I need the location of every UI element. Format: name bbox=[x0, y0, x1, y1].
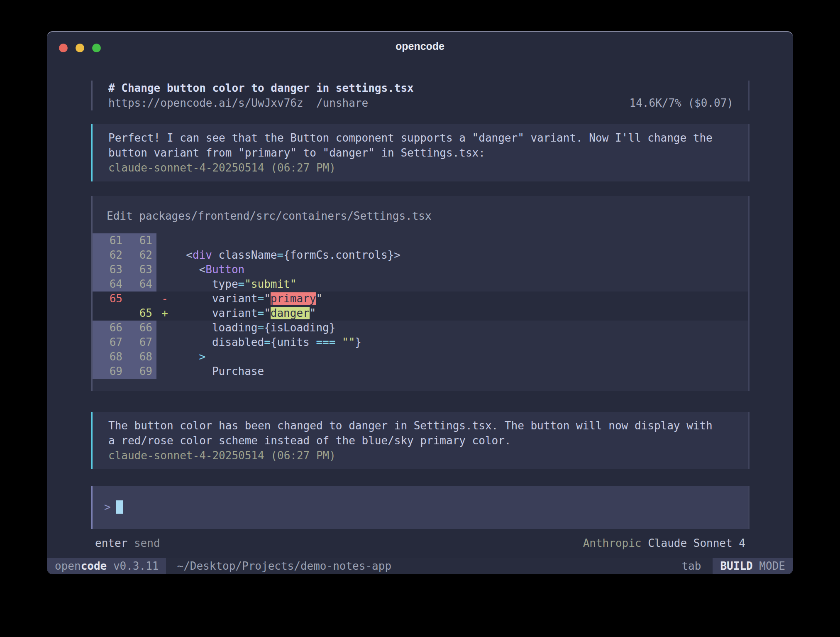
code-line: loading={isLoading} bbox=[173, 321, 748, 335]
line-number-old bbox=[93, 306, 122, 321]
code-line: Purchase bbox=[173, 364, 748, 379]
tab-key-hint: tab bbox=[681, 558, 713, 574]
code-line: <div className={formCs.controls}> bbox=[173, 248, 748, 262]
context-usage: 14.6K/7% ($0.07) bbox=[630, 96, 733, 110]
line-number-old: 64 bbox=[93, 277, 122, 292]
line-number-new: 67 bbox=[122, 335, 152, 350]
app-name-code: code bbox=[81, 560, 107, 572]
line-number-old: 67 bbox=[93, 335, 122, 350]
diff-marker bbox=[156, 233, 173, 248]
diff-marker bbox=[156, 277, 173, 292]
diff-row: 65+ variant="danger" bbox=[93, 306, 748, 321]
line-number-new: 61 bbox=[122, 233, 152, 248]
text-cursor bbox=[116, 500, 123, 514]
session-title: # Change button color to danger in setti… bbox=[108, 81, 733, 96]
diff-row: 6464 type="submit" bbox=[93, 277, 748, 292]
line-number-old: 69 bbox=[93, 364, 122, 379]
diff-row: 6969 Purchase bbox=[93, 364, 748, 379]
diff-marker bbox=[156, 350, 173, 364]
mode-name: BUILD bbox=[720, 560, 752, 572]
diff-marker bbox=[156, 335, 173, 350]
code-line: disabled={units === ""} bbox=[173, 335, 748, 350]
app-name-open: open bbox=[55, 560, 81, 572]
edit-tool-title: Edit packages/frontend/src/containers/Se… bbox=[93, 208, 748, 233]
line-number-new: 63 bbox=[122, 262, 152, 277]
code-line: variant="danger" bbox=[173, 306, 748, 321]
message-text-line: a red/rose color scheme instead of the b… bbox=[108, 433, 733, 448]
share-header: # Change button color to danger in setti… bbox=[91, 81, 750, 110]
line-number-new: 68 bbox=[122, 350, 152, 364]
line-number-old: 61 bbox=[93, 233, 122, 248]
mode-suffix: MODE bbox=[753, 560, 785, 572]
model-indicator: Anthropic Claude Sonnet 4 bbox=[583, 536, 745, 551]
send-hint: enter send bbox=[95, 536, 160, 551]
share-url-row: https://opencode.ai/s/UwJxv76z /unshare bbox=[108, 96, 368, 110]
edit-tool-card: Edit packages/frontend/src/containers/Se… bbox=[91, 196, 750, 391]
unshare-command: /unshare bbox=[316, 97, 368, 109]
line-number-old: 68 bbox=[93, 350, 122, 364]
line-number-old: 66 bbox=[93, 321, 122, 335]
diff-marker: - bbox=[156, 292, 173, 306]
line-number-new: 69 bbox=[122, 364, 152, 379]
diff-row: 65- variant="primary" bbox=[93, 292, 748, 306]
code-line: > bbox=[173, 350, 748, 364]
diff-marker bbox=[156, 321, 173, 335]
prompt-symbol: > bbox=[104, 501, 111, 513]
line-number-old: 63 bbox=[93, 262, 122, 277]
prompt-input[interactable]: > bbox=[91, 486, 750, 529]
assistant-message: The button color has been changed to dan… bbox=[91, 412, 750, 469]
code-line: <Button bbox=[173, 262, 748, 277]
diff-marker bbox=[156, 364, 173, 379]
code-line: type="submit" bbox=[173, 277, 748, 292]
line-number-new: 65 bbox=[122, 306, 152, 321]
status-bar: opencode v0.3.11 ~/Desktop/Projects/demo… bbox=[47, 558, 793, 574]
send-label: send bbox=[134, 537, 160, 549]
message-text-line: Perfect! I can see that the Button compo… bbox=[108, 130, 733, 145]
line-number-new bbox=[122, 292, 152, 306]
diff-row: 6262 <div className={formCs.controls}> bbox=[93, 248, 748, 262]
diff-row: 6767 disabled={units === ""} bbox=[93, 335, 748, 350]
opencode-window: opencode # Change button color to danger… bbox=[47, 31, 793, 574]
code-line bbox=[173, 233, 748, 248]
assistant-message: Perfect! I can see that the Button compo… bbox=[91, 124, 750, 181]
line-number-new: 66 bbox=[122, 321, 152, 335]
mode-badge[interactable]: BUILD MODE bbox=[713, 558, 793, 574]
message-meta: claude-sonnet-4-20250514 (06:27 PM) bbox=[108, 160, 733, 175]
diff-marker bbox=[156, 248, 173, 262]
enter-key-hint: enter bbox=[95, 537, 127, 549]
diff-row: 6868 > bbox=[93, 350, 748, 364]
line-number-new: 64 bbox=[122, 277, 152, 292]
app-version: v0.3.11 bbox=[107, 560, 159, 572]
diff-row: 6666 loading={isLoading} bbox=[93, 321, 748, 335]
share-url[interactable]: https://opencode.ai/s/UwJxv76z bbox=[108, 97, 303, 109]
cwd-path: ~/Desktop/Projects/demo-notes-app bbox=[166, 558, 391, 574]
provider-name: Anthropic bbox=[583, 537, 642, 549]
model-name: Claude Sonnet 4 bbox=[648, 537, 745, 549]
window-title: opencode bbox=[47, 40, 793, 52]
line-number-new: 62 bbox=[122, 248, 152, 262]
diff-row: 6161 bbox=[93, 233, 748, 248]
diff-marker bbox=[156, 262, 173, 277]
diff-marker: + bbox=[156, 306, 173, 321]
input-hint-row: enter send Anthropic Claude Sonnet 4 bbox=[91, 536, 750, 551]
message-text-line: The button color has been changed to dan… bbox=[108, 418, 733, 433]
line-number-old: 62 bbox=[93, 248, 122, 262]
app-version-chip: opencode v0.3.11 bbox=[47, 558, 166, 574]
message-meta: claude-sonnet-4-20250514 (06:27 PM) bbox=[108, 448, 733, 463]
message-text-line: button variant from "primary" to "danger… bbox=[108, 145, 733, 160]
code-line: variant="primary" bbox=[173, 292, 748, 306]
diff-row: 6363 <Button bbox=[93, 262, 748, 277]
line-number-old: 65 bbox=[93, 292, 122, 306]
titlebar: opencode bbox=[47, 32, 793, 61]
diff-view: 6161 6262 <div className={formCs.control… bbox=[93, 233, 748, 379]
